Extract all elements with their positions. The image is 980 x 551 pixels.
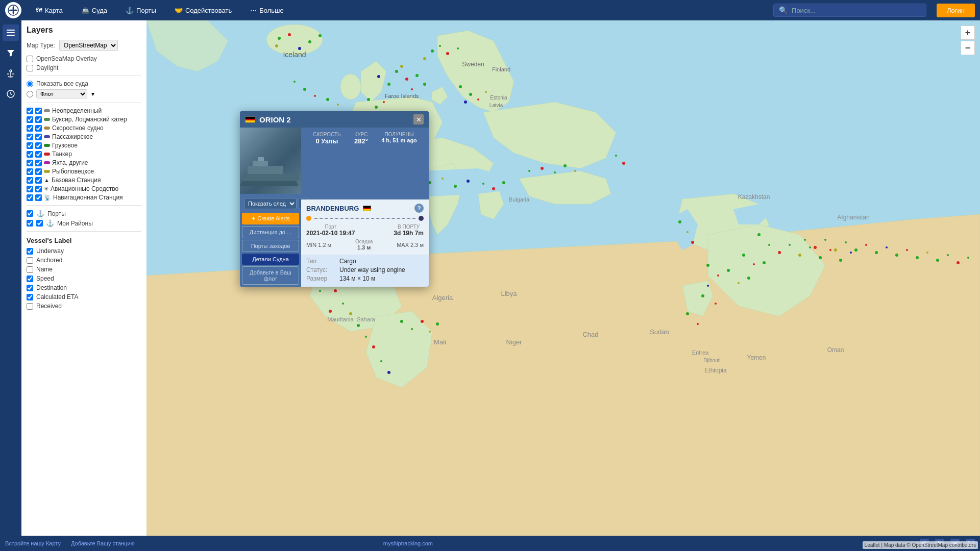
show-track-select[interactable]: Показать след [244, 198, 297, 209]
filter-sidebar-button[interactable] [3, 45, 19, 61]
port-calls-button[interactable]: Порты заходов [242, 240, 299, 252]
base-checkbox2[interactable] [35, 177, 42, 184]
label-speed-checkbox[interactable] [27, 276, 33, 282]
svg-point-58 [387, 371, 390, 374]
nav-item-more[interactable]: ⋯ Больше [246, 5, 288, 16]
yacht-checkbox2[interactable] [35, 160, 42, 166]
popup-close-button[interactable]: ✕ [413, 114, 424, 124]
svg-point-65 [436, 322, 439, 325]
distance-to-button[interactable]: Дистанция до ... [242, 226, 299, 238]
svg-point-77 [789, 244, 791, 246]
label-underway-row: Underway [27, 247, 141, 255]
svg-point-36 [439, 45, 441, 47]
nav-item-cooperate[interactable]: 🤝 Содействовать [170, 5, 236, 16]
svg-point-64 [429, 331, 431, 333]
help-icon[interactable]: ? [414, 204, 424, 213]
ship-name: ORION 2 [259, 115, 291, 124]
daylight-checkbox[interactable] [27, 65, 33, 71]
nav-logo[interactable] [5, 2, 21, 18]
passenger-checkbox[interactable] [27, 134, 33, 140]
cargo-checkbox2[interactable] [35, 142, 42, 149]
svg-point-110 [686, 312, 689, 315]
label-calculated-eta: Calculated ETA [36, 293, 78, 300]
ship-popup-body: Показать след ▶ ✦ Create Alerts Дистанци… [240, 128, 429, 287]
svg-rect-158 [253, 161, 268, 166]
map-area[interactable]: Iceland Faroe Islands Sweden Algeria Lib… [146, 20, 980, 551]
svg-point-126 [947, 254, 949, 256]
base-checkbox[interactable] [27, 177, 33, 184]
label-received-checkbox[interactable] [27, 303, 33, 310]
build-map-link[interactable]: Встройте нашу Карту [5, 540, 61, 546]
tanker-checkbox2[interactable] [35, 151, 42, 158]
my-areas-checkbox2[interactable] [36, 220, 43, 227]
tug-checkbox[interactable] [27, 116, 33, 123]
svg-point-129 [293, 81, 296, 83]
tanker-checkbox[interactable] [27, 151, 33, 158]
login-button[interactable]: Логин [937, 4, 975, 17]
ports-row: ⚓ Порты [27, 210, 141, 217]
nav-item-ports[interactable]: ⚓ Порты [121, 5, 160, 16]
fishing-checkbox2[interactable] [35, 168, 42, 175]
highspeed-checkbox[interactable] [27, 125, 33, 132]
passenger-checkbox2[interactable] [35, 134, 42, 140]
svg-point-29 [383, 101, 385, 103]
label-anchored-row: Anchored [27, 257, 141, 264]
layers-sidebar-button[interactable] [3, 24, 19, 41]
yacht-label: Яхта, другие [52, 159, 88, 166]
history-sidebar-button[interactable] [3, 86, 19, 102]
nav-item-vessels[interactable]: 🚢 Суда [77, 5, 111, 16]
label-destination-checkbox[interactable] [27, 285, 33, 291]
svg-point-117 [854, 248, 857, 252]
label-name-checkbox[interactable] [27, 266, 33, 273]
svg-point-122 [906, 249, 908, 251]
draft-max-label: MAX 2.3 м [397, 242, 424, 248]
my-areas-checkbox1[interactable] [27, 220, 33, 227]
fleet-radio[interactable] [27, 91, 33, 97]
cargo-color [44, 144, 50, 147]
ship-popup-right: Скорость 0 Узлы Курс 282° Получены 4 h, … [301, 128, 429, 287]
label-underway-checkbox[interactable] [27, 248, 33, 255]
svg-point-118 [865, 244, 867, 246]
ports-checkbox[interactable] [27, 210, 33, 217]
zoom-in-button[interactable]: + [961, 26, 975, 40]
create-alerts-button[interactable]: ✦ Create Alerts [242, 213, 299, 224]
anchor-sidebar-button[interactable] [3, 65, 19, 82]
route-destination-name: BRANDENBURG ? [306, 204, 424, 213]
nav-station-checkbox2[interactable] [35, 194, 42, 201]
bottom-bar: Встройте нашу Карту Добавьте Вашу станци… [0, 536, 980, 551]
aviation-checkbox[interactable] [27, 186, 33, 192]
svg-text:Mauritania: Mauritania [327, 316, 354, 322]
svg-point-30 [459, 85, 462, 88]
show-all-radio[interactable] [27, 81, 33, 87]
label-calculated-eta-checkbox[interactable] [27, 294, 33, 300]
svg-point-121 [895, 254, 898, 257]
label-anchored-checkbox[interactable] [27, 257, 33, 264]
draft-section: Осадка 1.3 м [355, 239, 373, 251]
highspeed-checkbox2[interactable] [35, 125, 42, 132]
svg-text:Sahara: Sahara [357, 316, 375, 322]
map-type-select[interactable]: OpenStreetMap [59, 40, 118, 51]
undefined-color [44, 109, 50, 112]
svg-point-18 [318, 34, 322, 37]
fishing-checkbox[interactable] [27, 168, 33, 175]
opensea-overlay-checkbox[interactable] [27, 56, 33, 62]
undefined-checkbox2[interactable] [35, 108, 42, 114]
vessel-details-button[interactable]: Детали Судна [242, 254, 299, 265]
svg-point-15 [308, 40, 311, 43]
search-bar: 🔍 [773, 4, 926, 17]
fleet-dropdown-icon: ▼ [90, 91, 95, 97]
yacht-checkbox[interactable] [27, 160, 33, 166]
cargo-checkbox[interactable] [27, 142, 33, 149]
fleet-select[interactable]: Флот [36, 89, 87, 98]
undefined-checkbox[interactable] [27, 108, 33, 114]
add-to-fleet-button[interactable]: Добавьте в Ваш флот [242, 266, 299, 285]
add-station-link[interactable]: Добавьте Вашу станцию [71, 540, 135, 546]
nav-item-map[interactable]: 🗺 Карта [32, 5, 67, 16]
svg-text:Oman: Oman [827, 346, 844, 354]
search-input[interactable] [792, 7, 919, 14]
aviation-checkbox2[interactable] [35, 186, 42, 192]
nav-station-checkbox[interactable] [27, 194, 33, 201]
left-sidebar-icons [0, 20, 21, 551]
zoom-out-button[interactable]: − [961, 41, 975, 55]
tug-checkbox2[interactable] [35, 116, 42, 123]
